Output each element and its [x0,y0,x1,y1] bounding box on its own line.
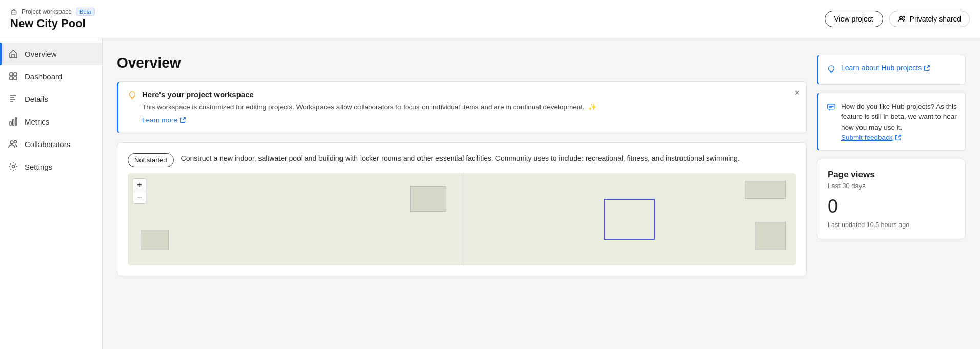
header-right: View project Privately shared [825,11,970,27]
status-description: Construct a new indoor, saltwater pool a… [181,153,740,164]
svg-rect-0 [11,11,16,14]
sidebar: Overview Dashboard Details [0,38,103,349]
project-title: New City Pool [10,17,95,30]
page-views-subtitle: Last 30 days [828,182,955,190]
page-views-updated: Last updated 10.5 hours ago [828,221,955,229]
feedback-icon [827,102,836,114]
metrics-icon [8,116,18,127]
svg-rect-9 [13,120,14,125]
sidebar-item-metrics[interactable]: Metrics [0,110,102,133]
map-building-5 [755,222,786,250]
status-row: Not started Construct a new indoor, salt… [128,153,796,167]
feedback-card: How do you like Hub projects? As this fe… [817,93,966,151]
map-zoom-out-button[interactable]: − [133,191,146,203]
main-left: Overview Here's your project workspace T… [117,55,807,333]
sidebar-item-overview[interactable]: Overview [0,43,102,65]
app-header: Project workspace Beta New City Pool Vie… [0,0,980,38]
page-views-count: 0 [828,196,955,217]
main-right: Learn about Hub projects [817,55,966,333]
body: Overview Dashboard Details [0,38,980,349]
map-area: + − [128,173,796,265]
svg-rect-10 [15,118,17,125]
sidebar-item-metrics-label: Metrics [25,117,49,126]
map-left: + − [128,173,462,265]
map-controls: + − [133,178,146,204]
sidebar-item-details[interactable]: Details [0,88,102,110]
workspace-label-row: Project workspace Beta [10,8,95,16]
map-right [462,173,796,265]
svg-point-12 [14,141,17,143]
sidebar-item-settings[interactable]: Settings [0,155,102,178]
learn-hub-card: Learn about Hub projects [817,55,966,85]
status-card: Not started Construct a new indoor, salt… [117,142,807,276]
bulb-icon [827,65,836,76]
sidebar-item-overview-label: Overview [25,50,57,58]
svg-point-13 [12,166,15,168]
view-project-button[interactable]: View project [825,11,883,27]
map-building-4 [745,181,786,199]
map-zoom-in-button[interactable]: + [133,179,146,191]
collaborators-icon [8,139,18,149]
details-icon [8,94,18,104]
lightbulb-icon [128,91,137,102]
sidebar-item-collaborators[interactable]: Collaborators [0,133,102,155]
svg-rect-8 [10,122,11,125]
svg-point-11 [10,141,13,144]
sidebar-item-details-label: Details [25,95,48,104]
submit-feedback-link[interactable]: Submit feedback [841,134,902,141]
map-building-3 [604,199,655,240]
beta-badge: Beta [76,8,95,16]
info-banner-title: Here's your project workspace [142,90,597,99]
learn-more-link[interactable]: Learn more [142,116,186,124]
page-views-title: Page views [828,170,955,180]
feedback-content: How do you like Hub projects? As this fe… [841,101,957,142]
map-building-1 [410,186,446,212]
svg-rect-7 [14,77,17,80]
page-views-card: Page views Last 30 days 0 Last updated 1… [817,159,966,239]
info-banner-header: Here's your project workspace This works… [128,90,786,125]
people-icon [898,15,906,23]
info-banner-content: Here's your project workspace This works… [142,90,597,125]
privately-shared-label: Privately shared [910,15,961,23]
dashboard-icon [8,71,18,81]
external-link-icon-3 [895,134,902,141]
gear-icon [8,161,18,172]
home-icon [8,49,18,59]
svg-point-2 [899,16,902,19]
info-banner: Here's your project workspace This works… [117,81,807,133]
sidebar-item-dashboard-label: Dashboard [25,72,62,81]
privately-shared-button[interactable]: Privately shared [889,11,970,27]
status-badge: Not started [128,153,174,167]
svg-point-3 [903,16,905,18]
feedback-text: How do you like Hub projects? As this fe… [841,101,957,133]
header-left: Project workspace Beta New City Pool [10,8,95,30]
sidebar-item-dashboard[interactable]: Dashboard [0,65,102,88]
external-link-icon-2 [924,65,930,71]
info-banner-text: This workspace is customized for editing… [142,102,597,112]
close-button[interactable]: × [794,88,800,97]
external-link-icon [179,117,186,124]
sidebar-item-settings-label: Settings [25,162,52,171]
map-building-2 [141,230,169,250]
workspace-label: Project workspace [22,8,72,15]
sidebar-item-collaborators-label: Collaborators [25,140,70,149]
svg-rect-5 [14,73,17,76]
svg-rect-4 [10,73,13,76]
main-content: Overview Here's your project workspace T… [103,38,980,349]
svg-rect-6 [10,77,13,80]
page-title: Overview [117,55,807,71]
briefcase-icon [10,8,17,15]
learn-hub-link[interactable]: Learn about Hub projects [841,64,930,72]
